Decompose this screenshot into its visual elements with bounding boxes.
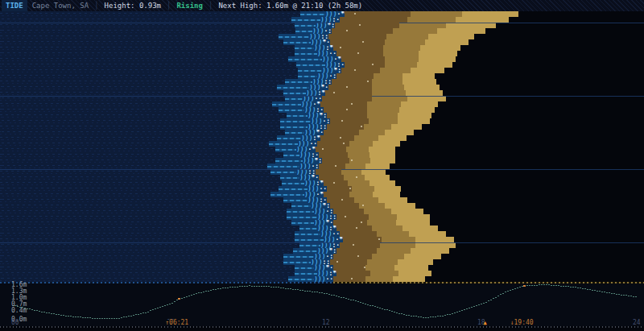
surf-band [280,175,299,180]
wet-sand [330,259,367,265]
scene-row: )))·: [0,28,644,34]
wet-sand [333,220,367,225]
damp-sand [348,152,369,158]
tide-curve-dot [123,317,125,317]
scene-row: )))·* [0,237,644,242]
ocean-water [0,271,295,276]
tide-curve-dot [623,295,625,296]
wet-sand [343,237,382,242]
ocean-water [0,17,291,23]
tide-curve-dot [497,296,499,296]
wave-crest-glyph: )))*· [304,130,324,135]
foam-speck [346,30,348,31]
tide-curve-dot [46,312,47,313]
ocean-water [0,101,272,107]
foam-speck [357,255,359,257]
ocean-water [0,96,285,101]
wave-crest-glyph: ))):: [311,259,330,265]
wet-sand [325,90,372,96]
tide-curve-dot [36,310,38,311]
surf-band [293,248,317,254]
drying-sand [404,85,440,90]
foam-glyph: *· [316,130,324,135]
wave-crest-glyph: )))·: [312,28,332,34]
scene-row: ))):* [0,225,644,231]
ocean-water [0,209,287,214]
tide-curve-dot [618,294,620,295]
sunrise-marker-dot [178,298,180,300]
tide-curve-dot [471,307,473,308]
wave-crest-glyph: ))):* [317,271,336,276]
surf-band [285,96,303,101]
foam-glyph: :: [308,169,316,175]
tide-curve-dot [302,290,303,291]
foam-speck [378,238,380,240]
tide-curve-dot [17,306,19,307]
ocean-water [0,169,270,175]
tide-curve-dot [321,292,323,293]
foam-glyph: *: [327,23,335,28]
foam-speck [351,159,353,161]
drying-sand [437,28,485,34]
tide-curve-dot [534,285,535,286]
wave-crest-glyph: )))*: [303,158,322,163]
damp-sand [365,276,393,282]
scene-row: ))):: [0,34,644,39]
tide-curve-dot [572,287,574,288]
wet-sand [341,68,380,73]
current-time-marker: ▲ [483,321,486,326]
scene-row: ))):* [0,180,644,186]
tide-curve-dot [476,305,477,306]
ocean-water [0,23,295,28]
damp-sand [352,186,374,192]
surf-band [270,192,304,197]
tide-curve-dot [369,305,371,306]
foam-glyph: ·: [311,163,319,169]
tide-curve-dot [403,314,405,315]
damp-sand [393,28,437,34]
x-axis-tick-label: 00 [11,320,19,326]
surf-band [288,56,322,62]
tide-curve-dot [68,316,69,317]
tide-curve-dot [488,300,489,301]
tide-curve-dot [34,310,35,311]
tide-curve-dot [384,309,386,310]
tide-curve-dot [53,313,55,314]
damp-sand [370,271,398,276]
tide-curve-dot [418,317,419,317]
tide-curve-dot [133,315,134,316]
tide-curve-dot [104,318,105,319]
wave-crest-glyph: )))*: [308,113,327,118]
tide-curve-dot [365,304,366,304]
ocean-water [0,242,299,248]
tide-curve-dot [341,297,342,298]
tide-curve-dot [592,290,593,291]
tide-curve-dot [531,285,533,286]
wave-crest-glyph: )))·* [324,237,343,242]
drying-sand [385,130,414,135]
ocean-water [0,237,295,242]
wet-sand [333,209,364,214]
ocean-water [0,130,285,135]
surf-band [277,85,309,90]
tide-curve-dot [184,297,185,298]
ocean-water [0,197,283,203]
ocean-water [0,45,295,51]
tide-curve-dot [606,292,608,293]
wet-sand [340,17,407,23]
tide-curve-dot [174,301,175,302]
wave-crest-glyph: )))·* [325,11,345,17]
wet-sand [327,197,354,203]
tide-curve-dot [56,314,57,315]
foam-speck [362,41,364,43]
damp-sand [367,259,398,265]
tide-curve-dot [580,288,581,288]
foam-glyph: *: [322,203,330,209]
wet-sand [336,51,383,56]
scene-row: ))):* [0,271,644,276]
tide-curve-dot [427,317,429,318]
tide-curve-dot [539,284,540,285]
tide-curve-dot [360,302,361,303]
tide-curve-dot [58,314,60,315]
tide-curve-dot [147,312,149,312]
